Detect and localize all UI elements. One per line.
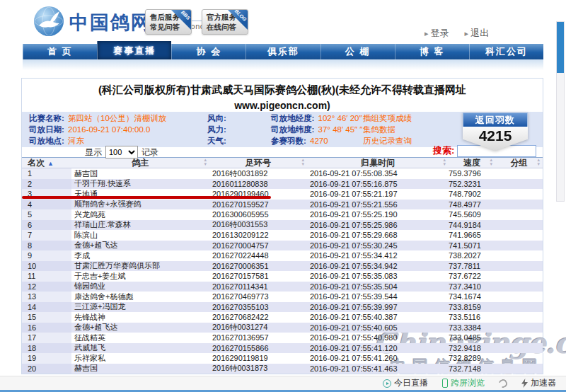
- ring-cell: 2016270006351: [209, 262, 307, 270]
- time-cell: 2016-09-21 07:55:35.083: [307, 272, 449, 280]
- table-row[interactable]: 7 陈滨山 2016130209122 2016-09-21 07:55:29.…: [22, 230, 543, 241]
- table-row[interactable]: 4 顺翔鸽舍+永强赛鸽 2016270159527 2016-09-21 07:…: [22, 200, 543, 210]
- ring-cell: 2016270004757: [209, 241, 307, 250]
- time-cell: 2016-09-21 07:55:39.544: [307, 292, 449, 301]
- returned-count-label: 返回羽数: [463, 113, 528, 127]
- speed-cell: 748.4977: [449, 200, 495, 209]
- info-value: 102° 46′ 20″ ″: [318, 114, 367, 122]
- nav-tab[interactable]: 赛事直播: [97, 41, 171, 59]
- race-notice: (科汇公司版权所有)甘肃武威天马国际赛鸽公棚(秋)(未经允许不得转载直播网址 w…: [22, 82, 543, 113]
- time-cell: 2016-09-21 07:55:08.354: [307, 169, 449, 178]
- table-row[interactable]: 2 千羽千翔.快速系 2016011280838 2016-09-21 07:5…: [22, 179, 543, 190]
- site-logo[interactable]: 中国鸽网 www.pigeoncn.com: [33, 5, 227, 40]
- accelerator-button[interactable]: 加速器: [521, 377, 556, 389]
- bbs-service-badge[interactable]: 售后服务 常见问答 BBS: [145, 9, 192, 35]
- info-link[interactable]: 插组奖项成绩: [363, 114, 412, 122]
- blog-service-badge[interactable]: 官方服务 在线问答 BLOG: [202, 9, 248, 35]
- table-row[interactable]: 17 征战精英 2016270136957 2016-09-21 07:55:4…: [22, 333, 543, 343]
- table-row[interactable]: 5 兴龙鸽苑 2016300605955 2016-09-21 07:55:25…: [22, 209, 543, 220]
- sort-icon: [537, 158, 540, 166]
- info-link[interactable]: 历史记录查询: [363, 137, 412, 145]
- col-header-rank[interactable]: 名次▲: [22, 157, 71, 169]
- nav-tab[interactable]: 科汇公司: [469, 44, 543, 59]
- records-label: 记录: [142, 146, 158, 158]
- speed-cell: 759.3796: [449, 169, 495, 178]
- nav-tab[interactable]: 协 会: [171, 44, 246, 59]
- table-row[interactable]: 8 金德+超飞达 2016270004757 2016-09-21 07:55:…: [22, 241, 543, 251]
- time-cell: 2016-09-21 07:55:41.120: [307, 344, 449, 352]
- table-row[interactable]: 13 康达鸽舍+杨德彪 2016270469773 2016-09-21 07:…: [22, 292, 543, 302]
- col-header-group[interactable]: 分组: [495, 157, 543, 169]
- time-cell: 2016-09-21 07:55:34.412: [307, 251, 449, 260]
- nav-tab[interactable]: 俱乐部: [246, 44, 320, 59]
- logout-link[interactable]: 退出: [465, 27, 490, 40]
- info-label: 司放地经度:: [271, 114, 314, 122]
- sort-asc-icon: ▲: [47, 160, 54, 167]
- ring-cell: 2016270682422: [209, 313, 307, 321]
- speed-cell: 734.1674: [449, 292, 495, 301]
- owner-cell: 征战精英: [71, 333, 209, 343]
- rank-cell: 19: [22, 353, 71, 364]
- cross-screen-button[interactable]: 跨屏浏览: [442, 377, 485, 389]
- scrollbar-track[interactable]: [556, 21, 565, 202]
- table-row[interactable]: 18 武威旭飞 2016270155866 2016-09-21 07:55:4…: [22, 343, 543, 354]
- login-link[interactable]: 登录: [424, 27, 449, 40]
- info-label: 司放日期:: [29, 125, 64, 134]
- table-row[interactable]: 12 锦园鸽业 2016270114341 2016-09-21 07:55:3…: [22, 282, 543, 292]
- show-label: 显示: [85, 146, 102, 158]
- info-label: 风力:: [207, 125, 226, 134]
- info-link[interactable]: 集鸽数据: [363, 125, 395, 134]
- nav-tab[interactable]: 公 棚: [320, 44, 395, 59]
- scrollbar-thumb[interactable]: [557, 22, 564, 73]
- table-row[interactable]: 9 李成 2016270224448 2016-09-21 07:55:34.4…: [22, 250, 543, 261]
- site-title: 中国鸽网: [69, 12, 151, 33]
- table-row[interactable]: 15 先锋战神 2016270682422 2016-09-21 07:55:4…: [22, 312, 543, 323]
- rank-cell: 10: [22, 261, 71, 272]
- speed-cell: 732.7148: [449, 364, 495, 373]
- table-row[interactable]: 1 赫吉国 2016特0031892 2016-09-21 07:55:08.3…: [22, 168, 543, 179]
- browser-plugin-button[interactable]: [499, 379, 507, 388]
- red-underline-marker: [22, 196, 271, 199]
- rank-cell: 16: [22, 323, 71, 333]
- notice-line-2: www.pigeoncn.com): [22, 98, 543, 113]
- play-circle-icon: [383, 379, 391, 388]
- speed-cell: 737.6722: [449, 272, 495, 280]
- page-size-select[interactable]: 100: [105, 146, 138, 158]
- owner-cell: 千羽千翔.快速系: [71, 178, 209, 189]
- col-header-time[interactable]: 归巢时间: [307, 157, 449, 169]
- table-row[interactable]: 19 乐祥家私 2016290119819 2016-09-21 07:55:4…: [22, 353, 543, 364]
- col-header-speed[interactable]: 速度: [449, 157, 495, 169]
- col-header-owner[interactable]: 鸽主: [71, 157, 209, 169]
- table-row[interactable]: 14 三江源+冯国龙 2016270355103 2016-09-21 07:5…: [22, 302, 543, 313]
- owner-cell: 甘肃汇胜万华赛鸽俱乐部: [71, 260, 209, 271]
- table-row[interactable]: 20 赫吉国 2016特0031873 2016-09-21 07:55:41.…: [22, 364, 543, 374]
- today-live-button[interactable]: 今日直播: [383, 377, 428, 389]
- globe-dove-icon: [33, 5, 65, 40]
- owner-cell: 康达鸽舍+杨德彪: [71, 292, 209, 302]
- rank-cell: 20: [22, 364, 71, 374]
- rank-cell: 4: [22, 200, 71, 210]
- sort-icon: [490, 158, 492, 166]
- table-row[interactable]: 6 祥瑞山庄.常森林 2016特0031553 2016-09-21 07:55…: [22, 220, 543, 231]
- speed-cell: 737.3410: [449, 282, 495, 291]
- time-cell: 2016-09-21 07:55:41.463: [307, 364, 449, 373]
- table-row[interactable]: 16 金德+超飞达 2016特0031274 2016-09-21 07:55:…: [22, 323, 543, 333]
- ring-cell: 2016130209122: [209, 231, 307, 239]
- speed-cell: 737.7811: [449, 262, 495, 270]
- sort-icon: [443, 158, 446, 166]
- ring-cell: 2016270355103: [209, 303, 307, 311]
- ring-cell: 2016特0031553: [209, 219, 307, 230]
- results-table-header: 名次▲ 鸽主 足环号 归巢时间 速度 分组: [22, 157, 543, 168]
- speed-cell: 738.2027: [449, 251, 495, 260]
- table-row[interactable]: 10 甘肃汇胜万华赛鸽俱乐部 2016270006351 2016-09-21 …: [22, 261, 543, 272]
- table-row[interactable]: 11 于忠吉+姜生斌 2016270157581 2016-09-21 07:5…: [22, 271, 543, 282]
- ring-cell: 2016270136957: [209, 333, 307, 342]
- time-cell: 2016-09-21 07:55:40.387: [307, 313, 449, 321]
- nav-tab[interactable]: 博 客: [395, 44, 469, 59]
- col-header-ring[interactable]: 足环号: [209, 157, 307, 169]
- notice-line-1: (科汇公司版权所有)甘肃武威天马国际赛鸽公棚(秋)(未经允许不得转载直播网址: [22, 82, 543, 98]
- info-value: 4270: [310, 137, 328, 145]
- speed-cell: 732.9418: [449, 344, 495, 352]
- nav-tab[interactable]: 首 页: [23, 44, 97, 59]
- time-cell: 2016-09-21 07:55:29.668: [307, 231, 449, 239]
